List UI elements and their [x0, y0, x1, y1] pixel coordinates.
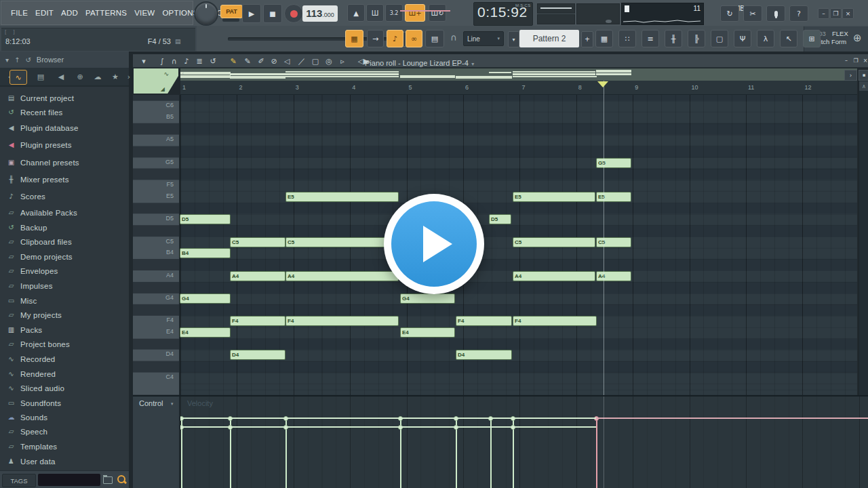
browser-item-current-project[interactable]: ▤Current project: [7, 93, 127, 103]
piano-key-F4[interactable]: F4: [166, 317, 174, 323]
midi-note-A4[interactable]: A4: [596, 271, 631, 281]
piano-key-B4[interactable]: B4: [166, 249, 174, 256]
menu-edit[interactable]: EDIT: [32, 6, 57, 20]
mic-button[interactable]: [766, 5, 785, 22]
browser-item-packs[interactable]: ▥Packs: [7, 325, 127, 335]
select-tool-icon[interactable]: ▢: [309, 55, 321, 67]
search-icon[interactable]: [115, 472, 129, 487]
tab-all[interactable]: ∿: [9, 70, 27, 85]
slice-tool-icon[interactable]: ／: [296, 55, 308, 67]
midi-note-E5[interactable]: E5: [285, 192, 399, 202]
browser-item-soundfonts[interactable]: ▭Soundfonts: [7, 398, 127, 408]
piano-key-A5[interactable]: A5: [166, 136, 174, 142]
shop-button[interactable]: ⊞: [803, 30, 821, 47]
restore-button[interactable]: ❐: [830, 8, 842, 19]
wrench-icon[interactable]: ∫: [156, 55, 168, 67]
browser-item-rendered[interactable]: ∿Rendered: [7, 369, 127, 379]
close-button[interactable]: ×: [842, 8, 854, 19]
scroll-right-button[interactable]: ›: [844, 70, 857, 81]
piano-key-D5[interactable]: D5: [165, 215, 174, 222]
detection-icon[interactable]: ≣: [193, 55, 205, 67]
piano-key-C4[interactable]: C4: [165, 373, 174, 380]
main-volume-knob[interactable]: [194, 1, 218, 26]
menu-view[interactable]: VIEW: [131, 6, 158, 20]
browser-item-mixer-presets[interactable]: ╫Mixer presets: [7, 174, 127, 184]
browser-item-user-data[interactable]: ♟User data: [7, 456, 127, 466]
piano-key-C6[interactable]: C6: [165, 102, 174, 108]
chevron-down-icon[interactable]: ▾: [5, 56, 9, 64]
midi-note-D4[interactable]: D4: [456, 350, 512, 360]
piano-key-B5[interactable]: B5: [166, 113, 174, 120]
delete-tool-icon[interactable]: ⊘: [268, 55, 280, 67]
midi-note-A4[interactable]: A4: [513, 271, 595, 281]
tab-cloud[interactable]: ☁: [90, 70, 106, 83]
sync-button[interactable]: ↻: [720, 5, 739, 22]
paint-tool-icon[interactable]: ✎: [241, 55, 254, 67]
midi-note-C5[interactable]: C5: [513, 237, 595, 247]
loop-record-button[interactable]: Ш↻: [429, 4, 446, 22]
add-pattern-button[interactable]: +: [581, 31, 593, 47]
browser-item-sounds[interactable]: ☁Sounds: [7, 412, 127, 422]
midi-note-D5[interactable]: D5: [489, 214, 511, 224]
minimize-button[interactable]: –: [818, 8, 829, 19]
midi-note-F4[interactable]: F4: [513, 316, 597, 326]
midi-note-D4[interactable]: D4: [230, 350, 285, 360]
midi-note-C5[interactable]: C5: [596, 237, 631, 247]
options-caret-icon[interactable]: ▾: [138, 55, 150, 67]
folder-icon[interactable]: [103, 476, 113, 484]
zoom-tool-icon[interactable]: ◎: [323, 55, 335, 67]
browser-item-plugin-presets[interactable]: ◀Plugin presets: [7, 140, 127, 150]
precount-button[interactable]: ▲: [347, 4, 365, 22]
velocity-stem[interactable]: [490, 418, 492, 488]
timeline-ruler[interactable]: 123456789101112: [180, 81, 857, 95]
pencil-tool-icon[interactable]: ✎: [227, 55, 239, 67]
paint-drum-tool-icon[interactable]: ✐: [255, 55, 267, 67]
scroll-up-icon[interactable]: ∧: [859, 81, 868, 91]
piano-key-A4[interactable]: A4: [166, 272, 174, 279]
pattern-mode-button[interactable]: PAT: [220, 5, 243, 18]
midi-note-B4[interactable]: B4: [180, 248, 231, 258]
step-sequencer-button[interactable]: ∷: [618, 30, 636, 47]
refresh-icon[interactable]: ↺: [25, 56, 31, 64]
slide-notes-button[interactable]: ♪: [387, 30, 403, 47]
piano-roll-close-button[interactable]: ×: [861, 57, 868, 64]
plugin-button[interactable]: Ψ: [734, 30, 751, 47]
piano-roll-view-button[interactable]: ▦: [345, 30, 363, 47]
browser-item-recent-files[interactable]: ↺Recent files: [7, 107, 127, 117]
midi-note-G4[interactable]: G4: [400, 293, 455, 304]
ghost-channels-button[interactable]: ∞: [406, 30, 422, 47]
piano-roll-restore-button[interactable]: ❐: [852, 57, 860, 64]
midi-note-F4[interactable]: F4: [456, 316, 512, 326]
piano-key-C5[interactable]: C5: [165, 238, 174, 245]
wait-for-input-button[interactable]: Ш: [366, 4, 384, 22]
browser-item-channel-presets[interactable]: ▣Channel presets: [7, 157, 127, 167]
plugin-picker-button[interactable]: ▢: [711, 30, 728, 47]
browser-item-project-bones[interactable]: ▱Project bones: [7, 339, 127, 349]
midi-note-G5[interactable]: G5: [596, 158, 631, 168]
vertical-scrollbar[interactable]: ∧: [859, 81, 868, 395]
piano-key-E4[interactable]: E4: [166, 328, 174, 335]
touch-controller-button[interactable]: ↖: [780, 30, 797, 47]
globe-icon[interactable]: ⊕: [853, 32, 862, 44]
performance-mode-button[interactable]: λ: [757, 30, 774, 47]
browser-toggle-button[interactable]: ╠: [688, 30, 705, 47]
midi-note-C5[interactable]: C5: [285, 237, 399, 247]
midi-note-G4[interactable]: G4: [180, 293, 231, 304]
midi-note-E4[interactable]: E4: [400, 327, 455, 338]
midi-note-F4[interactable]: F4: [230, 316, 285, 326]
browser-item-clipboard-files[interactable]: ▱Clipboard files: [7, 237, 127, 247]
midi-note-A4[interactable]: A4: [230, 271, 285, 281]
midi-note-A4[interactable]: A4: [285, 271, 399, 281]
pattern-caret-button[interactable]: ▾: [508, 31, 519, 47]
note-snap-icon[interactable]: ♪: [180, 55, 193, 67]
browser-item-impulses[interactable]: ▱Impulses: [7, 281, 127, 291]
song-mode-switch[interactable]: [222, 18, 239, 22]
menu-patterns[interactable]: PATTERNS: [82, 6, 130, 20]
piano-key-F5[interactable]: F5: [166, 181, 174, 188]
piano-roll-minimize-button[interactable]: –: [842, 57, 850, 64]
tab-files[interactable]: ▤: [33, 70, 49, 83]
velocity-lane[interactable]: Velocity: [180, 396, 868, 488]
browser-item-misc[interactable]: ▭Misc: [7, 296, 127, 306]
midi-note-E4[interactable]: E4: [180, 327, 231, 338]
undo-icon[interactable]: ↺: [207, 55, 219, 67]
